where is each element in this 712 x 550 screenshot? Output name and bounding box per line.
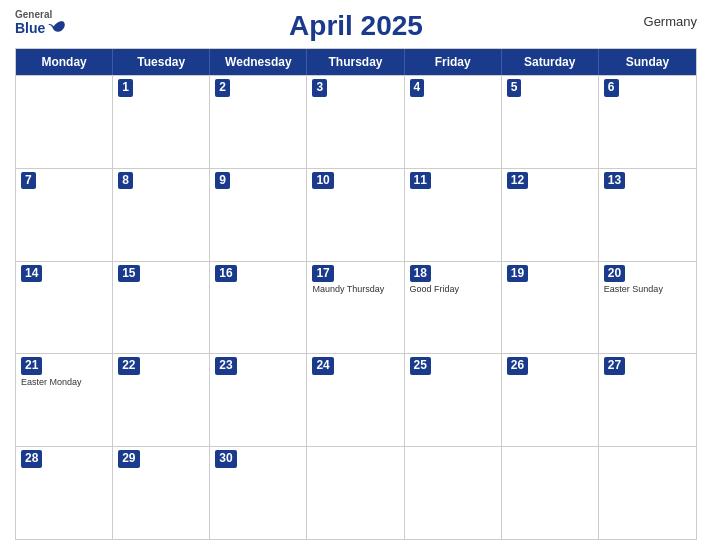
cell-date-number: 19: [507, 265, 528, 283]
calendar-row-3: 21Easter Monday222324252627: [16, 353, 696, 446]
calendar-cell: 9: [210, 169, 307, 261]
cell-date-number: 28: [21, 450, 42, 468]
calendar-cell: 21Easter Monday: [16, 354, 113, 446]
day-header-sunday: Sunday: [599, 49, 696, 75]
cell-event-label: Maundy Thursday: [312, 284, 398, 295]
calendar-cell: 2: [210, 76, 307, 168]
cell-date-number: 12: [507, 172, 528, 190]
cell-date-number: 6: [604, 79, 619, 97]
calendar-cell: 8: [113, 169, 210, 261]
calendar-cell: 13: [599, 169, 696, 261]
calendar-cell: [502, 447, 599, 539]
calendar-cell: 4: [405, 76, 502, 168]
logo-general: General: [15, 10, 67, 20]
logo: General Blue: [15, 10, 67, 36]
calendar-cell: 10: [307, 169, 404, 261]
cell-date-number: 2: [215, 79, 230, 97]
logo-blue: Blue: [15, 21, 45, 35]
calendar-row-4: 282930: [16, 446, 696, 539]
calendar-cell: 29: [113, 447, 210, 539]
cell-date-number: 15: [118, 265, 139, 283]
cell-date-number: 30: [215, 450, 236, 468]
cell-date-number: 16: [215, 265, 236, 283]
cell-date-number: 24: [312, 357, 333, 375]
cell-date-number: 26: [507, 357, 528, 375]
calendar-cell: 27: [599, 354, 696, 446]
calendar-cell: 26: [502, 354, 599, 446]
calendar-cell: 23: [210, 354, 307, 446]
cell-date-number: 3: [312, 79, 327, 97]
calendar-page: General Blue April 2025 Germany MondayTu…: [0, 0, 712, 550]
cell-date-number: 21: [21, 357, 42, 375]
calendar-cell: 20Easter Sunday: [599, 262, 696, 354]
calendar-cell: 19: [502, 262, 599, 354]
calendar-cell: [405, 447, 502, 539]
calendar-cell: 11: [405, 169, 502, 261]
cell-date-number: 20: [604, 265, 625, 283]
cell-date-number: 23: [215, 357, 236, 375]
calendar-cell: [599, 447, 696, 539]
cell-date-number: 22: [118, 357, 139, 375]
calendar-cell: 24: [307, 354, 404, 446]
calendar-cell: 1: [113, 76, 210, 168]
cell-date-number: 17: [312, 265, 333, 283]
day-header-monday: Monday: [16, 49, 113, 75]
cell-event-label: Good Friday: [410, 284, 496, 295]
day-header-saturday: Saturday: [502, 49, 599, 75]
day-header-friday: Friday: [405, 49, 502, 75]
cell-date-number: 1: [118, 79, 133, 97]
page-title: April 2025: [289, 10, 423, 42]
cell-date-number: 14: [21, 265, 42, 283]
calendar-cell: 17Maundy Thursday: [307, 262, 404, 354]
calendar-cell: 15: [113, 262, 210, 354]
cell-date-number: 11: [410, 172, 431, 190]
calendar-cell: 12: [502, 169, 599, 261]
day-header-wednesday: Wednesday: [210, 49, 307, 75]
cell-date-number: 27: [604, 357, 625, 375]
calendar-grid: MondayTuesdayWednesdayThursdayFridaySatu…: [15, 48, 697, 540]
day-header-tuesday: Tuesday: [113, 49, 210, 75]
calendar-body: 1234567891011121314151617Maundy Thursday…: [16, 75, 696, 539]
calendar-row-0: 123456: [16, 75, 696, 168]
cell-date-number: 8: [118, 172, 133, 190]
calendar-cell: [16, 76, 113, 168]
page-header: General Blue April 2025 Germany: [15, 10, 697, 42]
calendar-cell: 3: [307, 76, 404, 168]
logo-bird-icon: [47, 20, 67, 36]
cell-date-number: 5: [507, 79, 522, 97]
day-header-thursday: Thursday: [307, 49, 404, 75]
cell-date-number: 29: [118, 450, 139, 468]
cell-event-label: Easter Sunday: [604, 284, 691, 295]
cell-date-number: 25: [410, 357, 431, 375]
calendar-cell: 5: [502, 76, 599, 168]
calendar-cell: 30: [210, 447, 307, 539]
calendar-cell: 18Good Friday: [405, 262, 502, 354]
country-label: Germany: [644, 14, 697, 29]
calendar-cell: 16: [210, 262, 307, 354]
cell-date-number: 7: [21, 172, 36, 190]
cell-date-number: 4: [410, 79, 425, 97]
cell-date-number: 9: [215, 172, 230, 190]
cell-date-number: 13: [604, 172, 625, 190]
cell-date-number: 10: [312, 172, 333, 190]
cell-date-number: 18: [410, 265, 431, 283]
calendar-cell: 6: [599, 76, 696, 168]
calendar-cell: 7: [16, 169, 113, 261]
calendar-cell: 25: [405, 354, 502, 446]
calendar-cell: [307, 447, 404, 539]
calendar-header: MondayTuesdayWednesdayThursdayFridaySatu…: [16, 49, 696, 75]
calendar-cell: 22: [113, 354, 210, 446]
calendar-cell: 14: [16, 262, 113, 354]
calendar-cell: 28: [16, 447, 113, 539]
calendar-row-2: 14151617Maundy Thursday18Good Friday1920…: [16, 261, 696, 354]
calendar-row-1: 78910111213: [16, 168, 696, 261]
cell-event-label: Easter Monday: [21, 377, 107, 388]
